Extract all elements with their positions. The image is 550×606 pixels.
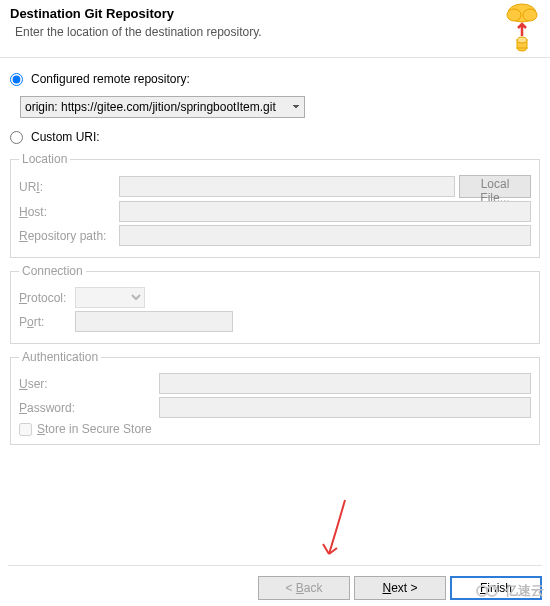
custom-uri-radio[interactable] xyxy=(10,131,23,144)
password-label: Password: xyxy=(19,401,159,415)
dialog-header: Destination Git Repository Enter the loc… xyxy=(0,0,550,58)
user-input[interactable] xyxy=(159,373,531,394)
wizard-button-bar: < Back Next > Finish xyxy=(8,565,542,600)
annotation-arrow-icon xyxy=(315,498,355,568)
connection-group: Connection Protocol: Port: xyxy=(10,264,540,344)
custom-uri-label: Custom URI: xyxy=(31,130,100,144)
authentication-group: Authentication User: Password: Store in … xyxy=(10,350,540,445)
page-subtitle: Enter the location of the destination re… xyxy=(10,25,540,39)
svg-point-2 xyxy=(523,9,537,21)
custom-uri-option[interactable]: Custom URI: xyxy=(10,130,540,144)
finish-button[interactable]: Finish xyxy=(450,576,542,600)
configured-remote-label: Configured remote repository: xyxy=(31,72,190,86)
svg-point-1 xyxy=(507,9,521,21)
uri-label: URI: xyxy=(19,180,119,194)
protocol-label: Protocol: xyxy=(19,291,75,305)
repo-path-input[interactable] xyxy=(119,225,531,246)
back-button[interactable]: < Back xyxy=(258,576,350,600)
local-file-button[interactable]: Local File... xyxy=(459,175,531,198)
configured-remote-option[interactable]: Configured remote repository: xyxy=(10,72,540,86)
location-legend: Location xyxy=(19,152,70,166)
port-input[interactable] xyxy=(75,311,233,332)
secure-store-checkbox[interactable] xyxy=(19,423,32,436)
remote-select[interactable]: origin: https://gitee.com/jition/springb… xyxy=(20,96,305,118)
host-label: Host: xyxy=(19,205,119,219)
port-label: Port: xyxy=(19,315,75,329)
secure-store-label: Store in Secure Store xyxy=(37,422,152,436)
repo-path-label: Repository path: xyxy=(19,229,119,243)
next-button[interactable]: Next > xyxy=(354,576,446,600)
connection-legend: Connection xyxy=(19,264,86,278)
password-input[interactable] xyxy=(159,397,531,418)
page-title: Destination Git Repository xyxy=(10,6,540,21)
user-label: User: xyxy=(19,377,159,391)
host-input[interactable] xyxy=(119,201,531,222)
protocol-select[interactable] xyxy=(75,287,145,308)
cloud-upload-icon xyxy=(504,2,540,57)
location-group: Location URI: Local File... Host: Reposi… xyxy=(10,152,540,258)
svg-point-5 xyxy=(517,37,527,43)
auth-legend: Authentication xyxy=(19,350,101,364)
configured-remote-radio[interactable] xyxy=(10,73,23,86)
dialog-content: Configured remote repository: origin: ht… xyxy=(0,58,550,445)
uri-input[interactable] xyxy=(119,176,455,197)
